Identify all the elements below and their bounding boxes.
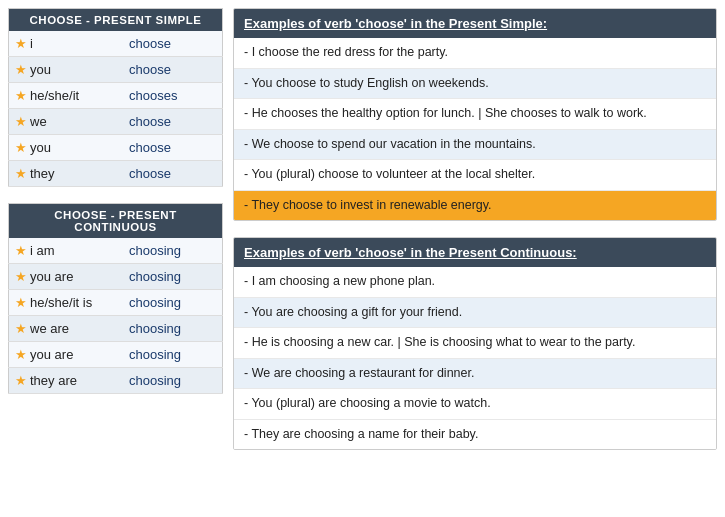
present-simple-examples-header: Examples of verb 'choose' in the Present…	[234, 9, 716, 38]
right-column: Examples of verb 'choose' in the Present…	[233, 8, 717, 450]
verb-form: choosing	[123, 238, 223, 264]
present-continuous-table: CHOOSE - PRESENT CONTINUOUS ★i amchoosin…	[8, 203, 223, 394]
table-row: ★he/she/it is	[9, 290, 123, 316]
star-icon: ★	[15, 321, 27, 336]
table-row: ★he/she/it	[9, 83, 124, 109]
example-row: - You (plural) are choosing a movie to w…	[234, 389, 716, 420]
example-row: - We are choosing a restaurant for dinne…	[234, 359, 716, 390]
star-icon: ★	[15, 166, 27, 181]
table-row: ★i am	[9, 238, 123, 264]
table-row: ★you are	[9, 264, 123, 290]
verb-form: choosing	[123, 368, 223, 394]
example-row: - You are choosing a gift for your frien…	[234, 298, 716, 329]
present-simple-table: CHOOSE - PRESENT SIMPLE ★ichoose★youchoo…	[8, 8, 223, 187]
star-icon: ★	[15, 140, 27, 155]
star-icon: ★	[15, 295, 27, 310]
table-row: ★they are	[9, 368, 123, 394]
verb-form: choose	[123, 135, 223, 161]
verb-form: choosing	[123, 316, 223, 342]
main-layout: CHOOSE - PRESENT SIMPLE ★ichoose★youchoo…	[8, 8, 717, 450]
verb-form: choose	[123, 57, 223, 83]
example-row: - I am choosing a new phone plan.	[234, 267, 716, 298]
table-row: ★we	[9, 109, 124, 135]
star-icon: ★	[15, 114, 27, 129]
table-row: ★you	[9, 57, 124, 83]
example-row: - He chooses the healthy option for lunc…	[234, 99, 716, 130]
present-simple-examples-list: - I choose the red dress for the party.-…	[234, 38, 716, 220]
example-row: - They choose to invest in renewable ene…	[234, 191, 716, 221]
verb-form: choose	[123, 161, 223, 187]
verb-form: chooses	[123, 83, 223, 109]
star-icon: ★	[15, 36, 27, 51]
star-icon: ★	[15, 243, 27, 258]
star-icon: ★	[15, 88, 27, 103]
verb-form: choose	[123, 31, 223, 57]
example-row: - You (plural) choose to volunteer at th…	[234, 160, 716, 191]
star-icon: ★	[15, 373, 27, 388]
example-row: - We choose to spend our vacation in the…	[234, 130, 716, 161]
example-row: - You choose to study English on weekend…	[234, 69, 716, 100]
present-continuous-examples-list: - I am choosing a new phone plan.- You a…	[234, 267, 716, 449]
example-row: - I choose the red dress for the party.	[234, 38, 716, 69]
star-icon: ★	[15, 269, 27, 284]
present-simple-examples-box: Examples of verb 'choose' in the Present…	[233, 8, 717, 221]
present-continuous-title: CHOOSE - PRESENT CONTINUOUS	[9, 204, 223, 239]
verb-form: choosing	[123, 342, 223, 368]
verb-form: choosing	[123, 290, 223, 316]
table-row: ★i	[9, 31, 124, 57]
verb-form: choosing	[123, 264, 223, 290]
verb-form: choose	[123, 109, 223, 135]
present-simple-title: CHOOSE - PRESENT SIMPLE	[9, 9, 223, 32]
present-continuous-examples-box: Examples of verb 'choose' in the Present…	[233, 237, 717, 450]
table-row: ★they	[9, 161, 124, 187]
left-column: CHOOSE - PRESENT SIMPLE ★ichoose★youchoo…	[8, 8, 223, 450]
star-icon: ★	[15, 62, 27, 77]
present-continuous-examples-header: Examples of verb 'choose' in the Present…	[234, 238, 716, 267]
table-row: ★you	[9, 135, 124, 161]
table-row: ★we are	[9, 316, 123, 342]
table-row: ★you are	[9, 342, 123, 368]
example-row: - He is choosing a new car. | She is cho…	[234, 328, 716, 359]
example-row: - They are choosing a name for their bab…	[234, 420, 716, 450]
star-icon: ★	[15, 347, 27, 362]
